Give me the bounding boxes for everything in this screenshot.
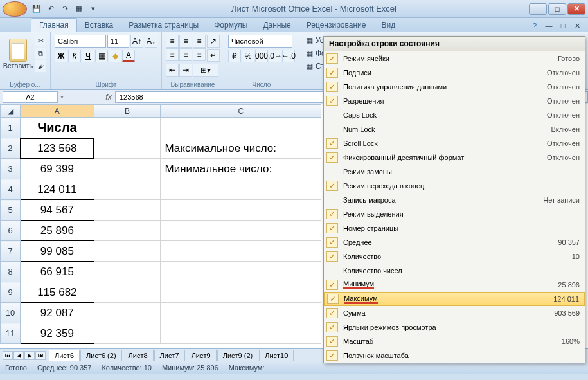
row-header[interactable]: 8 [1,262,21,282]
office-button[interactable] [3,1,27,17]
increase-indent-icon[interactable]: ⇥ [179,64,192,77]
decrease-decimal-icon[interactable]: ←.0 [282,50,295,62]
tab-page-layout[interactable]: Разметка страницы [121,19,206,32]
maximize-button[interactable]: □ [548,3,566,15]
cell-b2[interactable] [94,138,161,159]
name-box[interactable]: A2 [3,91,58,103]
cell-c2[interactable]: Максимальное число: [161,138,321,159]
save-icon[interactable]: 💾 [31,3,42,15]
context-menu-item[interactable]: ✓Scroll LockОтключен [324,136,585,150]
row-header[interactable]: 7 [1,241,21,262]
row-header[interactable]: 6 [1,221,21,241]
row-header[interactable]: 9 [1,282,21,303]
sheet-tab[interactable]: Лист6 (2) [80,350,122,361]
cell-a6[interactable]: 25 896 [21,221,94,241]
cell-a4[interactable]: 124 011 [21,179,94,200]
row-header[interactable]: 11 [1,323,21,344]
increase-decimal-icon[interactable]: .0→ [269,50,281,62]
align-top-icon[interactable]: ≡ [166,35,179,48]
close-button[interactable]: ✕ [567,3,585,15]
underline-button[interactable]: Ч [82,50,94,62]
row-header[interactable]: 10 [1,303,21,323]
cell-a3[interactable]: 69 399 [21,159,94,179]
context-menu-item[interactable]: ✓Номер страницы [324,221,585,235]
merge-icon[interactable]: ⊞▾ [193,64,218,77]
format-painter-icon[interactable]: 🖌 [35,60,46,72]
cell-c3[interactable]: Минимальное число: [161,159,321,179]
cell-a2[interactable]: 123 568 [21,138,94,159]
align-left-icon[interactable]: ≡ [166,48,179,61]
context-menu-item[interactable]: ✓РазрешенияОтключен [324,94,585,108]
comma-icon[interactable]: 000 [255,50,268,62]
cell-c1[interactable] [161,118,321,138]
context-menu-item[interactable]: Caps LockОтключен [324,108,585,122]
redo-icon[interactable]: ↷ [59,3,71,15]
cut-icon[interactable]: ✂ [35,35,46,46]
context-menu-item[interactable]: ✓Политика управления даннымиОтключен [324,80,585,94]
paste-button[interactable]: Вставить [4,35,32,73]
col-header-c[interactable]: C [161,105,321,118]
cell-b1[interactable] [94,118,161,138]
bold-button[interactable]: Ж [55,50,67,62]
font-color-button[interactable]: A [122,50,135,62]
context-menu-item[interactable]: Запись макросаНет записи [324,193,585,207]
tab-view[interactable]: Вид [373,19,403,32]
sheet-tab[interactable]: Лист9 [186,350,217,361]
sheet-tab[interactable]: Лист10 [259,350,294,361]
context-menu-item[interactable]: ✓Сумма903 569 [324,306,585,320]
cell-a11[interactable]: 92 359 [21,323,94,344]
tab-data[interactable]: Данные [255,19,298,32]
cell-a10[interactable]: 92 087 [21,303,94,323]
tab-insert[interactable]: Вставка [77,19,121,32]
orientation-icon[interactable]: ↗ [207,35,220,48]
align-middle-icon[interactable]: ≡ [179,35,192,48]
row-header[interactable]: 5 [1,200,21,221]
tab-review[interactable]: Рецензирование [299,19,374,32]
cell-a5[interactable]: 94 567 [21,200,94,221]
context-menu-item[interactable]: ✓Ползунок масштаба [324,348,585,363]
row-header[interactable]: 3 [1,159,21,179]
copy-icon[interactable]: ⧉ [35,48,46,59]
prev-sheet-icon[interactable]: ◀ [13,351,24,360]
align-bottom-icon[interactable]: ≡ [193,35,206,48]
cell-a9[interactable]: 115 682 [21,282,94,303]
context-menu-item[interactable]: Режим замены [324,165,585,179]
qat-more-icon[interactable]: ▾ [87,3,99,15]
context-menu-item[interactable]: ✓Ярлыки режимов просмотра [324,320,585,334]
cell-a8[interactable]: 66 915 [21,262,94,282]
fill-color-button[interactable]: ◆ [109,50,121,62]
decrease-indent-icon[interactable]: ⇤ [166,64,179,77]
col-header-a[interactable]: A [21,105,94,118]
cell-b3[interactable] [94,159,161,179]
context-menu-item[interactable]: ✓Фиксированный десятичный форматОтключен [324,150,585,165]
tab-formulas[interactable]: Формулы [206,19,255,32]
first-sheet-icon[interactable]: ⏮ [3,351,13,360]
font-name-select[interactable]: Calibri [55,35,106,48]
context-menu-item[interactable]: ✓Максимум124 011 [324,292,585,306]
last-sheet-icon[interactable]: ⏭ [35,351,46,360]
context-menu-item[interactable]: ✓Минимум25 896 [324,278,585,292]
cell-a7[interactable]: 99 085 [21,241,94,262]
context-menu-item[interactable]: Количество чисел [324,264,585,278]
context-menu-item[interactable]: ✓Режим ячейкиГотово [324,51,585,66]
fx-icon[interactable]: fx [102,93,115,102]
grow-font-icon[interactable]: A↑ [130,35,143,48]
align-right-icon[interactable]: ≡ [193,48,206,61]
context-menu-item[interactable]: ✓Режим выделения [324,207,585,221]
context-menu-item[interactable]: ✓ПодписиОтключен [324,66,585,80]
sheet-tab[interactable]: Лист9 (2) [217,350,259,361]
select-all-corner[interactable]: ◢ [1,105,21,118]
sheet-tab[interactable]: Лист7 [154,350,185,361]
number-format-select[interactable]: Числовой [228,35,292,48]
cell-a1[interactable]: Числа [21,118,94,138]
border-button[interactable]: ▦ [95,50,108,62]
context-menu-item[interactable]: Num LockВключен [324,122,585,136]
col-header-b[interactable]: B [94,105,161,118]
qat-icon[interactable]: ▦ [73,3,85,15]
currency-icon[interactable]: ₽ [228,50,241,62]
row-header[interactable]: 4 [1,179,21,200]
sheet-tab[interactable]: Лист8 [123,350,154,361]
row-header[interactable]: 2 [1,138,21,159]
percent-icon[interactable]: % [242,50,254,62]
italic-button[interactable]: К [68,50,81,62]
